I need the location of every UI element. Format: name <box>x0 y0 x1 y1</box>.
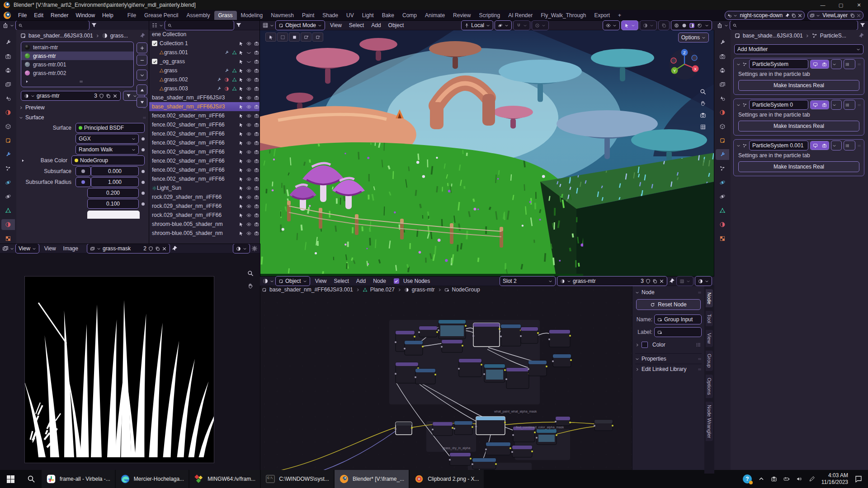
node-menu-add[interactable]: Add <box>353 278 369 284</box>
sss-method-dropdown[interactable]: Random Walk <box>75 145 139 155</box>
shader-node[interactable] <box>552 354 572 367</box>
viewport-menu-select[interactable]: Select <box>345 22 368 28</box>
outliner-row[interactable]: fence.002_shader_nm_#FF66 <box>149 120 260 129</box>
modifier-name-field[interactable]: ParticleSystem 0.001 <box>749 141 808 150</box>
taskbar-app-slack[interactable]: frame-all - Virbela -... <box>42 470 115 488</box>
select-icon[interactable] <box>239 77 244 82</box>
taskbar-app-xnview[interactable]: Clipboard 2.png - X... <box>410 470 483 488</box>
disable-render-icon[interactable] <box>254 141 259 145</box>
pin-icon[interactable] <box>858 33 864 39</box>
select-icon[interactable] <box>239 159 244 164</box>
base-color-input[interactable]: NodeGroup <box>71 155 145 165</box>
workspace-tab-bake[interactable]: Bake <box>378 11 398 20</box>
collapse-icon[interactable] <box>736 144 741 148</box>
properties-tab-material[interactable] <box>1 219 15 230</box>
notification-center-icon[interactable] <box>854 475 863 483</box>
move-slot-up-button[interactable] <box>137 84 147 95</box>
color-row[interactable]: Color <box>635 340 702 350</box>
shader-node[interactable] <box>594 420 613 431</box>
disable-render-icon[interactable] <box>254 41 259 46</box>
pin-icon[interactable] <box>139 33 146 39</box>
node-menu-select[interactable]: Select <box>330 278 352 284</box>
properties-tab-data[interactable] <box>1 205 15 216</box>
properties-tab-scene[interactable] <box>716 93 729 104</box>
breadcrumb-material[interactable]: grass... <box>110 33 128 39</box>
solid-shading-button[interactable] <box>682 23 687 28</box>
viewport-scene[interactable] <box>260 30 714 277</box>
disable-render-icon[interactable] <box>254 186 259 191</box>
properties-tab-texture[interactable] <box>716 233 729 244</box>
disable-render-icon[interactable] <box>254 177 259 182</box>
properties-tab-modifiers[interactable] <box>1 149 15 160</box>
breadcrumb-item[interactable]: NodeGroup <box>452 286 480 293</box>
delete-scene-button[interactable] <box>797 13 802 18</box>
properties-tab-render[interactable] <box>716 51 729 62</box>
properties-tab-physics[interactable] <box>716 177 729 188</box>
editor-type-icon[interactable] <box>2 22 9 28</box>
select-icon[interactable] <box>239 150 244 155</box>
select-icon[interactable] <box>239 231 244 236</box>
viewport-menu-view[interactable]: View <box>326 22 345 28</box>
shader-node[interactable] <box>449 453 472 465</box>
maximize-button[interactable]: ▢ <box>832 0 850 10</box>
properties-tab-physics[interactable] <box>1 177 15 188</box>
select-icon[interactable] <box>239 186 244 191</box>
shader-node[interactable] <box>520 327 539 343</box>
fake-user-toggle[interactable] <box>646 279 651 284</box>
hide-eye-icon[interactable] <box>246 222 251 227</box>
image-menu-image[interactable]: Image <box>60 245 82 252</box>
menu-help[interactable]: Help <box>99 12 117 19</box>
select-icon[interactable] <box>239 195 244 200</box>
drag-handle-icon[interactable] <box>857 144 861 148</box>
workspace-tab-navmesh[interactable]: Navmesh <box>267 11 298 20</box>
proportional-edit-dropdown[interactable] <box>532 20 549 30</box>
pivot-point-dropdown[interactable] <box>495 20 512 30</box>
new-viewlayer-button[interactable] <box>850 13 855 18</box>
animate-dot[interactable] <box>142 170 145 173</box>
options-button[interactable]: Options <box>678 33 709 42</box>
visibility-dropdown[interactable] <box>603 20 620 30</box>
copy-material-button[interactable] <box>106 94 111 99</box>
tray-expand-icon[interactable] <box>758 476 764 482</box>
outliner-row[interactable]: Light_Sun <box>149 183 260 192</box>
modifier-switch-icon[interactable] <box>844 141 855 150</box>
select-icon[interactable] <box>239 131 244 136</box>
animate-dot[interactable] <box>142 137 145 141</box>
breadcrumb-modifier[interactable]: ParticleS... <box>820 33 846 39</box>
properties-tab-output[interactable] <box>1 65 15 76</box>
properties-tab-constraints[interactable] <box>716 191 729 202</box>
disable-render-icon[interactable] <box>254 213 259 218</box>
editor-type-icon[interactable] <box>151 22 158 28</box>
shader-node[interactable] <box>528 361 547 376</box>
shader-node[interactable] <box>472 458 497 469</box>
outliner-row[interactable]: rock.029_shader_nm_#FF66 <box>149 192 260 202</box>
node-material-datablock[interactable]: grass-mtr 3 <box>557 276 667 286</box>
modifier-name-field[interactable]: ParticleSystem 0 <box>749 100 808 110</box>
workspace-tab-review[interactable]: Review <box>449 11 475 20</box>
start-button[interactable] <box>0 470 21 488</box>
image-datablock[interactable]: grass-mask 2 <box>87 244 170 253</box>
surface-panel-header[interactable]: Surface <box>16 113 149 122</box>
shader-node[interactable] <box>438 320 467 339</box>
use-nodes-checkbox[interactable]: Use Nodes <box>394 278 430 284</box>
hide-eye-icon[interactable] <box>246 159 251 164</box>
hide-eye-icon[interactable] <box>246 41 251 46</box>
disable-render-icon[interactable] <box>254 168 259 173</box>
ssr-value-2[interactable]: 0.100 <box>87 199 139 209</box>
make-instances-real-button[interactable]: Make Instances Real <box>738 161 859 172</box>
hide-eye-icon[interactable] <box>246 204 251 209</box>
outliner-row[interactable]: fence.002_shader_nm_#FF66 <box>149 129 260 138</box>
make-instances-real-button[interactable]: Make Instances Real <box>738 80 859 91</box>
properties-tab-constraints[interactable] <box>1 191 15 202</box>
unlink-material-button[interactable] <box>659 279 664 284</box>
hide-eye-icon[interactable] <box>246 104 251 109</box>
volume-icon[interactable] <box>796 476 802 482</box>
workspace-tab-file[interactable]: File <box>123 11 140 20</box>
viewport-menu-add[interactable]: Add <box>368 22 384 28</box>
delete-viewlayer-button[interactable] <box>856 13 861 18</box>
select-extend-button[interactable] <box>301 33 311 42</box>
shader-node[interactable] <box>512 427 536 442</box>
filter-icon[interactable] <box>91 22 97 28</box>
node-menu-view[interactable]: View <box>311 278 330 284</box>
disable-render-icon[interactable] <box>254 159 259 164</box>
